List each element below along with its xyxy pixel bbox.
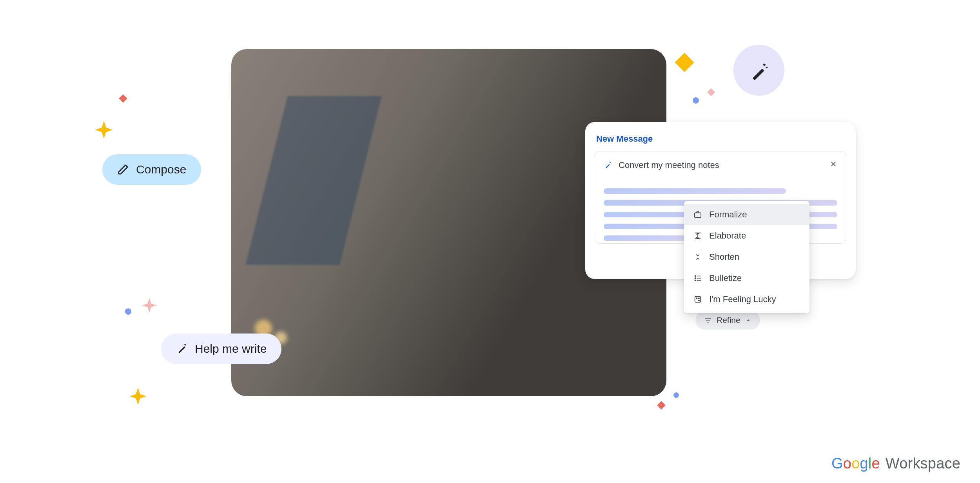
pencil-icon (117, 164, 129, 175)
magic-wand-icon (604, 161, 612, 170)
svg-rect-2 (707, 88, 715, 96)
sparkle-icon (128, 387, 148, 407)
dot-icon (125, 308, 131, 315)
diamond-icon (674, 52, 695, 73)
refine-button[interactable]: Refine (695, 311, 760, 330)
compose-label: Compose (136, 163, 186, 176)
google-wordmark: Google (831, 455, 880, 472)
svg-point-4 (763, 64, 766, 66)
svg-rect-3 (753, 69, 764, 80)
refine-menu: Formalize Elaborate Shorten Bulletize I'… (684, 201, 809, 313)
bullet-list-icon (693, 274, 702, 283)
menu-label: Elaborate (709, 231, 746, 241)
dot-icon (673, 392, 679, 398)
refine-option-shorten[interactable]: Shorten (684, 246, 809, 268)
compose-button[interactable]: Compose (102, 154, 201, 185)
dot-icon (693, 97, 699, 104)
new-message-title: New Message (596, 134, 845, 144)
prompt-text: Convert my meeting notes (619, 160, 831, 170)
svg-rect-7 (695, 213, 701, 217)
close-button[interactable] (828, 159, 839, 170)
svg-point-9 (695, 278, 695, 279)
menu-label: Shorten (709, 252, 739, 262)
help-me-write-button[interactable]: Help me write (161, 334, 281, 364)
refine-option-formalize[interactable]: Formalize (684, 204, 809, 225)
magic-wand-icon (748, 59, 770, 81)
workspace-wordmark: Workspace (886, 455, 960, 472)
filter-icon (704, 316, 712, 324)
diamond-icon (706, 87, 716, 97)
refine-option-bulletize[interactable]: Bulletize (684, 268, 809, 289)
dice-icon (693, 295, 702, 304)
svg-point-10 (695, 280, 695, 281)
magic-wand-badge (733, 45, 784, 96)
svg-rect-11 (695, 297, 701, 303)
svg-point-5 (766, 67, 768, 69)
close-icon (829, 160, 837, 168)
refine-label: Refine (717, 315, 740, 325)
diamond-icon (118, 93, 128, 104)
google-workspace-logo: Google Workspace (831, 455, 960, 472)
chevron-up-icon (745, 317, 751, 323)
svg-rect-1 (675, 53, 694, 72)
svg-point-12 (696, 298, 697, 299)
refine-option-lucky[interactable]: I'm Feeling Lucky (684, 289, 809, 310)
help-me-write-label: Help me write (195, 342, 267, 355)
sparkle-icon (93, 120, 114, 141)
refine-option-elaborate[interactable]: Elaborate (684, 225, 809, 246)
svg-point-8 (695, 275, 695, 276)
menu-label: Formalize (709, 210, 747, 220)
sparkle-icon (141, 297, 158, 315)
svg-point-6 (610, 162, 611, 163)
collapse-vertical-icon (693, 253, 702, 261)
briefcase-icon (693, 210, 702, 219)
magic-wand-icon (176, 343, 188, 355)
svg-point-13 (698, 300, 699, 301)
placeholder-line (604, 235, 692, 241)
placeholder-line (604, 188, 786, 194)
svg-point-14 (698, 298, 699, 299)
menu-label: I'm Feeling Lucky (709, 294, 776, 304)
expand-vertical-icon (693, 231, 702, 240)
svg-rect-0 (119, 94, 127, 102)
menu-label: Bulletize (709, 273, 742, 283)
diamond-icon (656, 400, 666, 410)
svg-rect-15 (657, 401, 665, 409)
